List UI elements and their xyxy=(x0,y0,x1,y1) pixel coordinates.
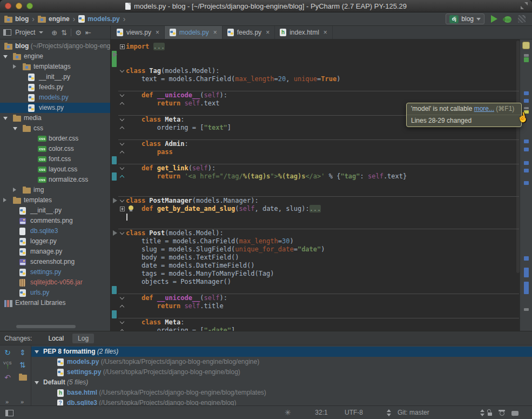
tab-feeds.py[interactable]: feeds.py× xyxy=(223,26,275,39)
project-tree-item-views.py[interactable]: views.py xyxy=(0,103,110,113)
expand-all-icon[interactable]: ⇕ xyxy=(19,349,26,356)
project-tree-item-settings.py[interactable]: settings.py xyxy=(0,267,110,277)
vcs-change-bar[interactable] xyxy=(112,172,117,181)
project-tree-item-__init__.py[interactable]: __init__.py xyxy=(0,72,110,82)
changes-item-Default[interactable]: Default (5 files) xyxy=(31,377,532,388)
project-tree-item-External Libraries[interactable]: External Libraries xyxy=(0,298,110,308)
project-tree-item-models.py[interactable]: models.py xyxy=(0,92,110,103)
tab-index.html[interactable]: index.html× xyxy=(275,26,333,39)
fold-marker-icon[interactable] xyxy=(120,198,125,203)
fold-marker-icon[interactable] xyxy=(120,231,125,236)
project-tree-item-layout.css[interactable]: layout.css xyxy=(0,164,110,175)
project-tree-item-screenshot.png[interactable]: screenshot.png xyxy=(0,257,110,267)
vcs-change-bar[interactable] xyxy=(112,286,117,294)
gear-icon[interactable]: ⚙ xyxy=(75,29,82,36)
collapse-all-icon[interactable]: ⇅ xyxy=(61,29,67,36)
project-tree-item-__init__.py[interactable]: __init__.py xyxy=(0,205,110,216)
stripe-mark-blue[interactable] xyxy=(524,99,529,103)
fold-marker-icon[interactable] xyxy=(120,142,125,147)
project-tree-item-color.css[interactable]: color.css xyxy=(0,144,110,154)
stripe-mark-blue[interactable] xyxy=(524,91,529,95)
project-tree-item-logger.py[interactable]: logger.py xyxy=(0,236,110,247)
fold-marker-icon[interactable] xyxy=(120,117,125,122)
inspection-profile-icon[interactable] xyxy=(499,409,506,416)
lock-icon[interactable] xyxy=(487,409,493,416)
chevron-down-icon[interactable] xyxy=(39,31,43,34)
stripe-mark-blue[interactable] xyxy=(524,282,529,294)
stripe-mark-blue[interactable] xyxy=(524,268,529,277)
spinner-arrows-icon[interactable] xyxy=(480,409,484,416)
changes-item-base.html[interactable]: base.html (/Users/topka/Projects/django-… xyxy=(31,388,532,398)
project-tree-item-engine[interactable]: engine xyxy=(0,51,110,62)
project-tree-item-normalize.css[interactable]: normalize.css xyxy=(0,175,110,185)
project-tree-item-img[interactable]: img xyxy=(0,185,110,195)
revert-icon[interactable]: ↶ xyxy=(4,374,11,381)
hide-panel-icon[interactable]: ⇤ xyxy=(85,29,91,36)
stripe-mark-green[interactable] xyxy=(524,57,529,62)
tab-local[interactable]: Local xyxy=(43,334,69,343)
more-icon[interactable]: » xyxy=(5,398,9,405)
commit-icon[interactable]: VCS↑ xyxy=(3,361,12,369)
vcs-change-bar[interactable] xyxy=(112,156,117,164)
project-tree-item-font.css[interactable]: font.css xyxy=(0,154,110,164)
line-separator-icon[interactable] xyxy=(387,409,391,416)
editor-code[interactable]: import ... class Tag(models.Model): text… xyxy=(126,43,520,331)
tab-views.py[interactable]: views.py× xyxy=(112,26,165,39)
caret-position[interactable]: 32:1 xyxy=(307,409,336,416)
stripe-mark-gray[interactable] xyxy=(524,54,529,57)
stripe-mark-blue[interactable] xyxy=(524,169,529,172)
project-tree-item-comments.png[interactable]: comments.png xyxy=(0,216,110,226)
stripe-mark-blue[interactable] xyxy=(524,181,529,185)
close-icon[interactable]: × xyxy=(324,29,327,36)
group-by-folder-icon[interactable] xyxy=(19,375,27,381)
fullscreen-icon[interactable] xyxy=(521,2,528,9)
fold-marker-icon[interactable] xyxy=(120,320,125,325)
changes-item-settings.py[interactable]: settings.py (/Users/topka/Projects/djang… xyxy=(31,367,532,377)
tab-log[interactable]: Log xyxy=(72,334,94,343)
run-configuration-select[interactable]: blog xyxy=(446,14,484,24)
fold-marker-icon[interactable] xyxy=(120,93,125,98)
changes-item-models.py[interactable]: models.py (/Users/topka/Projects/django-… xyxy=(31,357,532,367)
project-tree-item-templatetags[interactable]: templatetags xyxy=(0,62,110,72)
stripe-mark-blue[interactable] xyxy=(524,256,529,261)
debug-button[interactable] xyxy=(504,16,511,23)
close-icon[interactable]: × xyxy=(156,29,159,36)
changes-item-PEP 8 formatting[interactable]: PEP 8 formatting (2 files) xyxy=(31,347,532,357)
project-tree-item-media[interactable]: media xyxy=(0,113,110,123)
vcs-branch[interactable]: Git: master xyxy=(398,409,429,416)
project-tree-item-border.css[interactable]: border.css xyxy=(0,134,110,144)
horizontal-scrollbar[interactable] xyxy=(16,325,76,328)
project-tree-item-feeds.py[interactable]: feeds.py xyxy=(0,82,110,92)
chevron-expanded-icon[interactable] xyxy=(35,381,39,384)
chevron-collapsed-icon[interactable] xyxy=(13,188,16,192)
fold-marker-icon[interactable] xyxy=(120,174,125,179)
chevron-expanded-icon[interactable] xyxy=(3,117,8,120)
locate-icon[interactable]: ⊕ xyxy=(51,29,57,36)
project-tree-item-db.sqlite3[interactable]: db.sqlite3 xyxy=(0,226,110,236)
stripe-mark-blue[interactable] xyxy=(524,139,529,143)
stripe-mark-blue[interactable] xyxy=(524,148,529,151)
fold-marker-icon[interactable] xyxy=(120,69,125,74)
project-tree-item-css[interactable]: css xyxy=(0,123,110,134)
project-tree-item-sqlitejdbc-v056.jar[interactable]: sqlitejdbc-v056.jar xyxy=(0,277,110,288)
chevron-expanded-icon[interactable] xyxy=(3,55,8,58)
error-stripe[interactable] xyxy=(520,39,532,331)
breadcrumb-item-models.py[interactable]: models.py xyxy=(78,15,119,23)
project-tree-item-urls.py[interactable]: urls.py xyxy=(0,288,110,298)
run-button[interactable] xyxy=(491,15,497,23)
file-encoding[interactable]: UTF-8 xyxy=(345,409,363,416)
editor[interactable]: import ... class Tag(models.Model): text… xyxy=(111,39,520,331)
stripe-mark-blue[interactable] xyxy=(524,161,529,165)
fold-marker-icon[interactable] xyxy=(120,44,125,49)
chevron-collapsed-icon[interactable] xyxy=(3,198,6,202)
fold-marker-icon[interactable] xyxy=(120,207,125,211)
chevron-expanded-icon[interactable] xyxy=(13,127,17,130)
tab-models.py[interactable]: models.py× xyxy=(165,26,223,39)
close-icon[interactable]: × xyxy=(266,29,270,36)
intention-bulb-icon[interactable] xyxy=(129,205,133,210)
fold-marker-icon[interactable] xyxy=(120,125,125,130)
breadcrumb-item-engine[interactable]: engine xyxy=(38,15,70,23)
chevron-collapsed-icon[interactable] xyxy=(13,64,16,69)
inspection-status-indicator[interactable] xyxy=(522,42,530,49)
more-icon[interactable]: » xyxy=(21,398,24,405)
